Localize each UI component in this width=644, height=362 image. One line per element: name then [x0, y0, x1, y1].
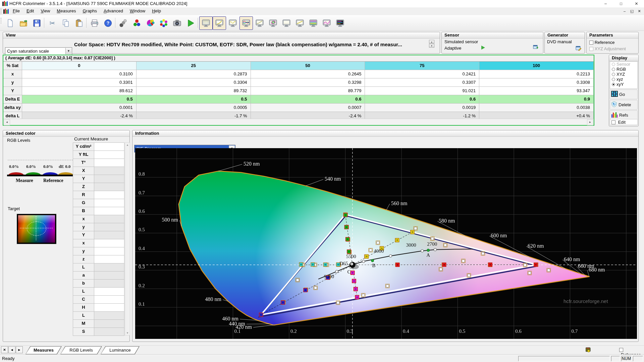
table-cell[interactable]: 100 — [479, 62, 594, 70]
mdi-restore-button[interactable]: ◱ — [629, 8, 635, 14]
display-radio-rgb[interactable]: RGB — [610, 67, 637, 72]
monitor-gamma-button[interactable] — [213, 16, 226, 30]
refs-button[interactable]: Refs — [610, 110, 638, 120]
monitor-line-button[interactable] — [293, 16, 307, 30]
table-cell[interactable]: 91.021 — [365, 87, 479, 95]
table-cell[interactable]: 0.0005 — [137, 104, 251, 112]
monitor-cie-button[interactable] — [266, 16, 280, 30]
measure-row-value[interactable] — [94, 231, 124, 239]
menu-measures[interactable]: Measures — [53, 7, 79, 15]
monitor-measures-button[interactable] — [199, 16, 213, 30]
table-cell[interactable]: 0.2873 — [137, 70, 251, 78]
spin-down-icon[interactable]: ▼ — [429, 44, 434, 48]
measure-row-value[interactable] — [94, 159, 124, 167]
table-cell[interactable]: 75 — [365, 62, 479, 70]
print-button[interactable] — [88, 16, 101, 30]
measure-row-value[interactable] — [94, 328, 124, 336]
measure-row-value[interactable] — [94, 175, 124, 183]
info-spinner[interactable]: ▲ ▼ — [429, 40, 434, 48]
table-cell[interactable]: 93.347 — [479, 87, 594, 95]
scroll-down-icon[interactable]: ▼ — [125, 331, 130, 335]
tab-close-icon[interactable]: ✕ — [1, 346, 8, 353]
table-cell[interactable]: 0.3307 — [365, 78, 479, 87]
tab-prev-icon[interactable]: ◄ — [8, 346, 15, 353]
measure-row-value[interactable] — [94, 191, 124, 199]
save-button[interactable] — [30, 16, 44, 30]
run-measures-button[interactable] — [184, 16, 197, 30]
table-cell[interactable]: 0.0038 — [479, 104, 594, 112]
generator-config-icon[interactable] — [576, 46, 582, 52]
measure-row-value[interactable] — [94, 199, 124, 207]
table-cell[interactable]: 50 — [251, 62, 365, 70]
monitor-plain-button[interactable] — [280, 16, 293, 30]
monitor-wave-button[interactable] — [226, 16, 239, 30]
scroll-right-icon[interactable]: ► — [587, 119, 593, 125]
reference-checkbox[interactable] — [619, 348, 623, 352]
table-cell[interactable]: 0.2421 — [365, 70, 479, 78]
measure-row-value[interactable] — [94, 239, 124, 247]
monitor-dark-button[interactable] — [333, 16, 347, 30]
tab-luminance[interactable]: Luminance — [101, 346, 140, 354]
table-cell[interactable]: 0.0007 — [251, 104, 365, 112]
tab-next-icon[interactable]: ► — [16, 346, 23, 353]
measure-row-value[interactable] — [94, 272, 124, 280]
table-cell[interactable]: 0.0001 — [22, 104, 137, 112]
measure-row-value[interactable] — [94, 255, 124, 263]
menu-edit[interactable]: Edit — [23, 7, 37, 15]
measure-row-value[interactable] — [94, 320, 124, 328]
scroll-left-icon[interactable]: ◄ — [4, 119, 10, 125]
measure-all-colors-button[interactable] — [157, 16, 170, 30]
color-picker-icon[interactable] — [586, 347, 591, 353]
measure-row-value[interactable] — [94, 183, 124, 191]
measure-row-value[interactable] — [94, 207, 124, 215]
table-cell[interactable]: 25 — [137, 62, 251, 70]
measure-row-value[interactable] — [94, 312, 124, 320]
tab-rgb-levels[interactable]: RGB Levels — [60, 346, 102, 354]
table-cell[interactable]: 89.779 — [251, 87, 365, 95]
table-cell[interactable]: Y — [3, 87, 22, 95]
table-cell[interactable]: 0.6 — [251, 95, 365, 104]
table-cell[interactable]: 0.0019 — [365, 104, 479, 112]
table-cell[interactable]: 0.5 — [137, 95, 251, 104]
table-cell[interactable]: 89.612 — [22, 87, 137, 95]
monitor-magenta-curves-button[interactable] — [320, 16, 333, 30]
measure-scrollbar[interactable]: ▲ ▼ — [125, 142, 130, 336]
table-hscrollbar[interactable]: ◄ ► — [3, 119, 594, 125]
measure-row-value[interactable] — [94, 304, 124, 312]
paste-button[interactable] — [72, 16, 86, 30]
spin-up-icon[interactable]: ▲ — [429, 40, 434, 44]
sensor-export-icon[interactable] — [533, 45, 539, 51]
maximize-button[interactable]: □ — [613, 0, 629, 7]
table-cell[interactable]: 0.2213 — [479, 70, 594, 78]
measure-row-value[interactable] — [94, 288, 124, 296]
table-cell[interactable]: 0.3308 — [479, 78, 594, 87]
menu-help[interactable]: Help — [149, 7, 164, 15]
measure-row-value[interactable] — [94, 296, 124, 304]
table-cell[interactable]: % Sat — [3, 62, 22, 70]
table-cell[interactable]: 0.5 — [22, 95, 137, 104]
table-cell[interactable]: 0.3298 — [251, 78, 365, 87]
mdi-minimize-button[interactable]: – — [621, 8, 628, 14]
snapshot-button[interactable] — [170, 16, 184, 30]
menu-view[interactable]: View — [37, 7, 53, 15]
measure-row-value[interactable] — [94, 167, 124, 175]
monitor-curve-button[interactable] — [253, 16, 266, 30]
menu-graphs[interactable]: Graphs — [79, 7, 100, 15]
table-cell[interactable]: x — [3, 70, 22, 78]
menu-advanced[interactable]: Advanced — [100, 7, 126, 15]
menu-file[interactable]: File — [9, 7, 23, 15]
measure-primaries-button[interactable] — [130, 16, 144, 30]
edit-checkbox-row[interactable]: Edit — [610, 119, 638, 125]
minimize-button[interactable]: – — [598, 0, 613, 7]
display-radio-xyz[interactable]: XYZ — [610, 72, 637, 77]
measure-row-value[interactable] — [94, 280, 124, 288]
close-button[interactable]: ✕ — [629, 0, 644, 7]
menu-window[interactable]: Window — [126, 7, 149, 15]
monitor-rgb-levels-button[interactable] — [239, 16, 253, 30]
measure-row-value[interactable] — [94, 247, 124, 255]
display-radio-xyz[interactable]: xyz — [610, 77, 637, 82]
table-cell[interactable]: Delta E — [3, 95, 22, 104]
measure-row-value[interactable] — [94, 151, 124, 159]
tab-measures[interactable]: Measures — [25, 346, 62, 354]
table-cell[interactable]: 0.6 — [365, 95, 479, 104]
